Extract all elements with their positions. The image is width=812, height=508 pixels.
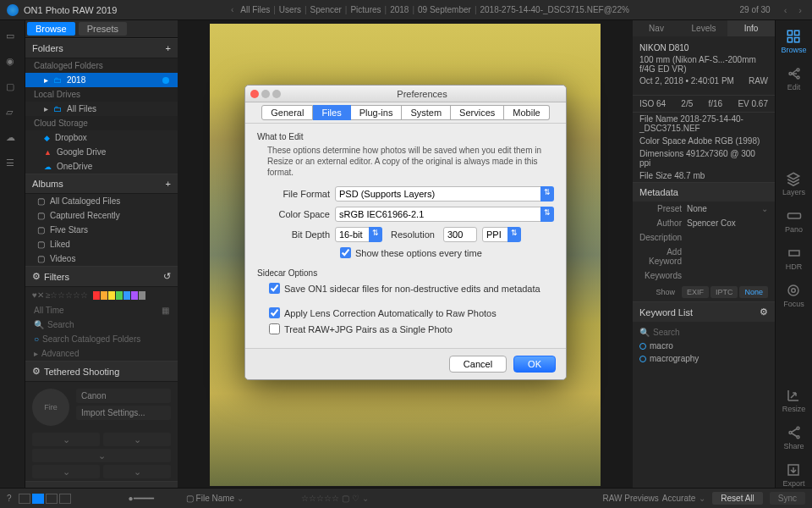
filter-search[interactable]: 🔍Search	[25, 318, 178, 332]
tab-mobile[interactable]: Mobile	[504, 105, 549, 120]
close-icon[interactable]	[250, 90, 259, 98]
bc-back-icon[interactable]: ‹	[228, 5, 237, 14]
advanced-toggle[interactable]: ▸Advanced	[25, 346, 178, 361]
rawjpg-checkbox[interactable]: Treat RAW+JPG Pairs as a Single Photo	[269, 323, 554, 334]
tab-general[interactable]: General	[261, 105, 313, 120]
color-space-select[interactable]	[335, 207, 542, 222]
description-row[interactable]: Description	[633, 230, 775, 245]
tab-plugins[interactable]: Plug-ins	[351, 105, 403, 120]
bitdepth-select[interactable]	[335, 227, 370, 242]
chevron-updown-icon[interactable]: ⇅	[369, 227, 382, 242]
chevron-updown-icon[interactable]: ⇅	[508, 227, 521, 242]
tab-nav[interactable]: Nav	[633, 20, 680, 36]
mode-layers[interactable]: Layers	[782, 171, 805, 196]
add-album-icon[interactable]: +	[166, 179, 171, 189]
file-format-select[interactable]	[335, 186, 542, 202]
rating-stars[interactable]: ☆☆☆☆☆ ▢ ♡ ⌄	[301, 494, 368, 503]
ppi-select[interactable]	[482, 227, 509, 242]
filter-strip[interactable]: ♥✕ ≥☆☆☆☆☆	[25, 287, 178, 303]
sort-dropdown[interactable]: ▢ File Name ⌄	[186, 494, 244, 503]
detail-view-icon[interactable]	[32, 494, 44, 504]
mode-resize[interactable]: Resize	[782, 388, 806, 413]
reset-filters-icon[interactable]: ↺	[163, 271, 171, 282]
gear-icon[interactable]: ⚙	[32, 366, 41, 377]
mode-pano[interactable]: Pano	[785, 208, 803, 234]
card-icon[interactable]: ▢	[6, 81, 19, 95]
tab-iptc[interactable]: IPTC	[710, 286, 738, 298]
add-folder-icon[interactable]: +	[166, 43, 171, 53]
ok-button[interactable]: OK	[513, 356, 556, 373]
dialog-titlebar[interactable]: Preferences	[245, 86, 566, 102]
preset-row[interactable]: PresetNone⌄	[633, 202, 775, 216]
folder-icon[interactable]: ▱	[6, 107, 19, 120]
raw-previews[interactable]: RAW Previews Accurate ⌄	[603, 494, 706, 503]
gear-icon[interactable]: ⚙	[32, 271, 41, 282]
monitor-icon[interactable]: ▭	[6, 30, 19, 44]
grid-view-icon[interactable]	[19, 494, 30, 504]
mode-export[interactable]: Export	[782, 462, 804, 488]
keywords-row[interactable]: Keywords	[633, 268, 775, 283]
camera-icon[interactable]: ◉	[6, 56, 19, 69]
tab-info[interactable]: Info	[727, 20, 775, 36]
tab-services[interactable]: Services	[451, 105, 504, 120]
sync-button[interactable]: Sync	[770, 492, 805, 505]
tab-files[interactable]: Files	[313, 105, 350, 120]
reset-all-button[interactable]: Reset All	[712, 492, 762, 505]
mode-focus[interactable]: Focus	[783, 283, 804, 308]
search-cataloged-toggle[interactable]: ○Search Cataloged Folders	[25, 332, 178, 346]
filters-header[interactable]: ⚙Filters ↺	[25, 266, 178, 287]
chevron-updown-icon[interactable]: ⇅	[540, 186, 554, 202]
chevron-updown-icon[interactable]: ⇅	[540, 207, 554, 222]
cloud-dropbox[interactable]: ◆Dropbox	[25, 130, 178, 145]
metadata-header[interactable]: Metadata	[633, 182, 775, 202]
addkeyword-row[interactable]: Add Keyword	[633, 245, 775, 268]
cancel-button[interactable]: Cancel	[449, 356, 507, 373]
show-options-checkbox[interactable]: Show these options every time	[340, 247, 554, 258]
stack-icon[interactable]: ☰	[6, 157, 19, 171]
import-settings-button[interactable]: Import Settings...	[76, 406, 171, 420]
sidecar-checkbox[interactable]: Save ON1 sidecar files for non-destructi…	[269, 283, 554, 294]
fire-button[interactable]: Fire	[32, 389, 69, 426]
tab-exif[interactable]: EXIF	[682, 286, 709, 298]
gear-icon[interactable]: ⚙	[760, 306, 768, 318]
mode-hdr[interactable]: HDR	[786, 246, 803, 271]
tab-system[interactable]: System	[402, 105, 451, 120]
next-image-icon[interactable]: ›	[795, 5, 805, 15]
color-filter-swatches[interactable]	[93, 291, 145, 300]
lens-correction-checkbox[interactable]: Apply Lens Correction Automatically to R…	[269, 307, 554, 318]
albums-header[interactable]: Albums +	[25, 174, 178, 194]
mode-browse[interactable]: Browse	[781, 29, 806, 54]
tab-browse[interactable]: Browse	[27, 22, 75, 36]
cloud-onedrive[interactable]: ☁OneDrive	[25, 159, 178, 174]
calendar-icon[interactable]: ▦	[162, 306, 169, 315]
help-icon[interactable]: ?	[7, 494, 12, 503]
keyword-list-header[interactable]: Keyword List⚙	[633, 301, 775, 322]
mode-share[interactable]: Share	[783, 425, 804, 450]
camera-select[interactable]: Canon	[76, 389, 171, 403]
folders-header[interactable]: Folders +	[25, 38, 178, 58]
author-row[interactable]: AuthorSpencer Cox	[633, 216, 775, 230]
album-captured-recently[interactable]: ▢Captured Recently	[25, 208, 178, 223]
album-videos[interactable]: ▢Videos	[25, 251, 178, 266]
keyword-macrography[interactable]: macrography	[639, 352, 768, 365]
alltime-filter[interactable]: All Time▦	[25, 303, 178, 318]
keyword-macro[interactable]: macro	[639, 340, 768, 352]
cloud-gdrive[interactable]: ▲Google Drive	[25, 145, 178, 159]
mode-edit[interactable]: Edit	[787, 66, 802, 91]
compare-view-icon[interactable]	[59, 494, 71, 504]
keyword-search[interactable]: 🔍Search	[639, 325, 768, 340]
album-all-cataloged[interactable]: ▢All Cataloged Files	[25, 194, 178, 208]
prev-image-icon[interactable]: ‹	[781, 5, 791, 15]
cloud-icon[interactable]: ☁	[6, 132, 19, 146]
like-filter-icon[interactable]: ♥✕	[32, 290, 44, 300]
tab-presets[interactable]: Presets	[79, 22, 127, 36]
tether-header[interactable]: ⚙Tethered Shooting	[25, 361, 178, 382]
filmstrip-view-icon[interactable]	[46, 494, 58, 504]
album-liked[interactable]: ▢Liked	[25, 237, 178, 251]
star-filter-icon[interactable]: ≥☆☆☆☆☆	[46, 290, 89, 300]
folder-allfiles[interactable]: ▸ 🗀 All Files	[25, 102, 178, 116]
folder-2018[interactable]: ▸ 🗀 2018	[25, 73, 178, 87]
album-five-stars[interactable]: ▢Five Stars	[25, 223, 178, 237]
resolution-input[interactable]	[443, 227, 477, 242]
tab-levels[interactable]: Levels	[680, 20, 727, 36]
